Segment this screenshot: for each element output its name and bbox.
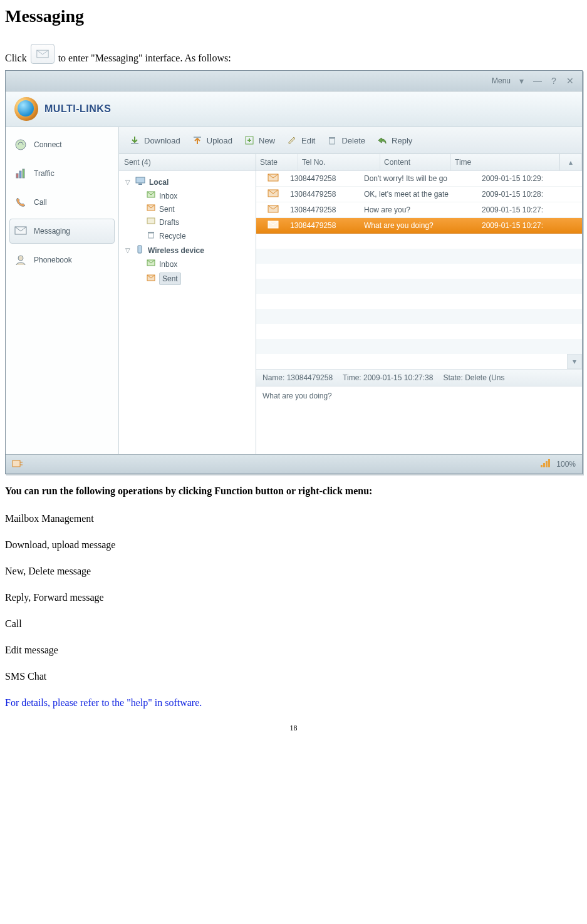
drafts-icon (147, 217, 155, 227)
cell-content: What are you doing? (364, 221, 482, 230)
cell-content: Don't worry! Its will be go (364, 174, 482, 183)
col-time[interactable]: Time (451, 154, 559, 170)
page-heading: Messaging (5, 6, 582, 26)
toolbar-upload[interactable]: Upload (188, 132, 236, 148)
svg-rect-12 (136, 177, 145, 183)
tree-item-inbox[interactable]: Inbox (145, 189, 253, 202)
sidenav-label: Messaging (34, 227, 70, 236)
sent-icon (147, 274, 155, 284)
mail-state-icon (268, 174, 279, 184)
status-bar: 100% (6, 454, 582, 474)
tree-item-inbox[interactable]: Inbox (145, 257, 253, 271)
svg-rect-10 (330, 138, 335, 144)
toolbar-reply[interactable]: Reply (373, 132, 416, 148)
message-row[interactable]: 13084479258 OK, let's meet at the gate 2… (256, 187, 582, 202)
tree-item-drafts[interactable]: Drafts (145, 215, 253, 229)
cell-content: How are you? (364, 205, 482, 214)
col-tel[interactable]: Tel No. (298, 154, 380, 170)
help-reference: For details, please refer to the "help" … (5, 697, 582, 709)
op-item: Download, upload message (5, 539, 582, 551)
svg-rect-30 (548, 459, 550, 467)
message-toolbar: Download Upload New Edit Delete (119, 127, 582, 154)
intro-pre: Click (5, 53, 27, 64)
brand-text: MULTI-LINKS (44, 103, 112, 115)
messaging-launch-icon (31, 44, 55, 64)
computer-icon (135, 177, 145, 187)
phonebook-icon (14, 253, 28, 267)
scroll-up-icon[interactable]: ▴ (559, 154, 582, 170)
svg-rect-2 (16, 174, 18, 178)
sidenav-label: Phonebook (34, 256, 72, 264)
cell-tel: 13084479258 (290, 174, 364, 183)
toolbar-label: Upload (207, 136, 232, 145)
toolbar-delete[interactable]: Delete (323, 132, 369, 148)
status-left-icon (12, 459, 23, 470)
scroll-down-icon[interactable]: ▾ (567, 354, 582, 369)
mail-state-icon (268, 221, 279, 231)
help-icon[interactable]: ? (548, 75, 559, 86)
toolbar-label: New (259, 136, 275, 145)
tree-group-label: Local (149, 178, 169, 187)
toolbar-download[interactable]: Download (125, 132, 184, 148)
cell-time: 2009-01-15 10:29: (482, 174, 582, 183)
cell-tel: 13084479258 (290, 190, 364, 199)
device-icon (135, 245, 144, 256)
tree-item-sent[interactable]: Sent (145, 202, 253, 215)
sidenav-item-messaging[interactable]: Messaging (9, 219, 115, 244)
svg-rect-18 (148, 232, 154, 233)
inbox-icon (147, 191, 155, 200)
menu-dropdown-icon[interactable]: ▾ (516, 75, 527, 86)
sidenav-item-traffic[interactable]: Traffic (9, 161, 115, 186)
tree-group-local[interactable]: ▽ Local (124, 175, 253, 189)
sidenav-label: Call (34, 198, 47, 207)
svg-rect-4 (23, 169, 24, 178)
messaging-icon (14, 224, 28, 238)
connect-icon (14, 138, 28, 152)
op-item: Mailbox Management (5, 513, 582, 524)
meta-state-label: State: (443, 373, 462, 382)
tree-item-label: Recycle (159, 232, 186, 241)
message-row[interactable]: 13084479258 How are you? 2009-01-15 10:2… (256, 202, 582, 218)
toolbar-new[interactable]: New (240, 132, 279, 148)
intro-line: Click to enter "Messaging" interface. As… (5, 44, 582, 64)
tree-item-label: Inbox (159, 260, 177, 269)
tree-item-recycle[interactable]: Recycle (145, 229, 253, 243)
op-item: Reply, Forward message (5, 592, 582, 603)
svg-rect-8 (194, 137, 201, 138)
svg-rect-13 (138, 184, 142, 185)
toolbar-label: Edit (301, 136, 315, 145)
col-content[interactable]: Content (380, 154, 451, 170)
close-icon[interactable]: ✕ (564, 75, 576, 86)
upload-icon (192, 135, 203, 146)
cell-time: 2009-01-15 10:27: (482, 221, 582, 230)
cell-time: 2009-01-15 10:27: (482, 205, 582, 214)
message-row[interactable]: 13084479258 Don't worry! Its will be go … (256, 171, 582, 187)
tree-item-label: Drafts (159, 218, 179, 227)
tree-group-label: Wireless device (148, 246, 204, 255)
intro-post: to enter "Messaging" interface. As follo… (58, 53, 231, 64)
column-headers: State Tel No. Content Time ▴ (256, 154, 582, 171)
meta-time-label: Time: (343, 373, 361, 382)
message-preview: What are you doing? (256, 387, 582, 454)
message-row-selected[interactable]: 13084479258 What are you doing? 2009-01-… (256, 218, 582, 234)
tree-item-label: Sent (159, 273, 181, 285)
menu-label[interactable]: Menu (492, 76, 511, 85)
minimize-icon[interactable]: — (532, 75, 543, 86)
sidenav-item-connect[interactable]: Connect (9, 132, 115, 157)
meta-state: Delete (Uns (465, 373, 504, 382)
svg-rect-7 (131, 143, 138, 144)
reply-icon (377, 135, 388, 146)
meta-name: 13084479258 (287, 373, 333, 382)
tree-item-sent-selected[interactable]: Sent (145, 271, 253, 287)
cell-content: OK, let's meet at the gate (364, 190, 482, 199)
tree-group-wireless[interactable]: ▽ Wireless device (124, 243, 253, 257)
call-icon (14, 195, 28, 209)
sidenav-item-phonebook[interactable]: Phonebook (9, 247, 115, 273)
sidenav-item-call[interactable]: Call (9, 190, 115, 215)
op-item: SMS Chat (5, 671, 582, 682)
svg-rect-28 (543, 463, 545, 467)
download-icon (129, 135, 140, 146)
recycle-icon (147, 231, 155, 241)
toolbar-edit[interactable]: Edit (283, 132, 319, 148)
col-state[interactable]: State (256, 154, 298, 170)
